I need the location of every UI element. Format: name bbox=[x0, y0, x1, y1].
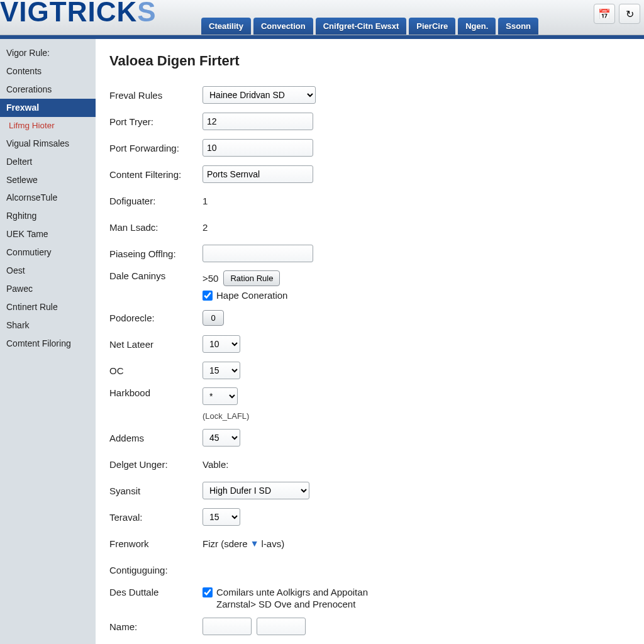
delget-unger-value: Vable: bbox=[203, 459, 228, 470]
des-duttale-checkbox[interactable]: Comilars unte Aolkigrs and Appoitan bbox=[203, 587, 368, 597]
main-panel: Valoea Digen Firtert Freval Rules Hainee… bbox=[96, 39, 644, 644]
hape-coneration-input[interactable] bbox=[203, 291, 213, 301]
page-title: Valoea Digen Firtert bbox=[109, 53, 638, 69]
label-man-lsadc: Man Lsadc: bbox=[109, 222, 203, 233]
sidebar-item[interactable]: Oest bbox=[0, 262, 96, 280]
header-icons: 📅 ↻ bbox=[594, 4, 640, 24]
sidebar-item[interactable]: Rghitng bbox=[0, 207, 96, 225]
nav-tab[interactable]: Ssonn bbox=[498, 18, 538, 35]
label-contiguguing: Contiguguing: bbox=[109, 565, 203, 575]
podorecle-button[interactable]: 0 bbox=[203, 310, 224, 326]
header-bar: VIGTRICKS Cteatility Convection Cnifgret… bbox=[0, 0, 644, 35]
harkbood-hint: (Lock_LAFL) bbox=[203, 411, 249, 421]
sidebar-item-sub[interactable]: Lifmg Hioter bbox=[0, 117, 96, 135]
label-dofiguater: Dofiguater: bbox=[109, 196, 203, 206]
label-name: Name: bbox=[109, 621, 203, 632]
sidebar-item[interactable]: Corerations bbox=[0, 80, 96, 99]
man-lsadc-value: 2 bbox=[203, 222, 208, 233]
nav-tab[interactable]: Ngen. bbox=[458, 18, 496, 35]
syansit-select[interactable]: High Dufer I SD bbox=[203, 482, 309, 499]
freval-rules-select[interactable]: Hainee Dridvan SD bbox=[203, 86, 316, 104]
logo-last: S bbox=[137, 0, 156, 27]
port-forwarding-input[interactable] bbox=[203, 139, 313, 157]
sidebar-item[interactable]: Vigual Rimsales bbox=[0, 135, 96, 153]
refresh-icon-button[interactable]: ↻ bbox=[619, 4, 640, 24]
hape-coneration-label: Hape Coneration bbox=[216, 290, 287, 301]
label-piaseing: Piaseing Offlng: bbox=[109, 248, 203, 259]
nav-tab[interactable]: Cteatility bbox=[201, 18, 251, 35]
addems-select[interactable]: 45 bbox=[203, 429, 240, 447]
label-delget-unger: Delget Unger: bbox=[109, 459, 203, 470]
label-port-forwarding: Port Forwarding: bbox=[109, 143, 203, 153]
label-frenwork: Frenwork bbox=[109, 538, 203, 549]
label-des-duttale: Des Duttale bbox=[109, 587, 203, 597]
sidebar-item[interactable]: AlcornseTule bbox=[0, 189, 96, 207]
oc-select[interactable]: 15 bbox=[203, 362, 240, 379]
label-teraval: Teraval: bbox=[109, 512, 203, 523]
chevron-down-icon[interactable]: ▼ bbox=[250, 538, 259, 548]
sidebar-item[interactable]: Deltert bbox=[0, 153, 96, 171]
des-duttale-line1: Comilars unte Aolkigrs and Appoitan bbox=[216, 587, 368, 597]
sidebar-item[interactable]: Setlewe bbox=[0, 171, 96, 189]
label-content-filtering: Content Filtering: bbox=[109, 169, 203, 180]
sidebar-item-active[interactable]: Frexwal bbox=[0, 99, 96, 117]
sidebar-item[interactable]: Shark bbox=[0, 316, 96, 335]
label-harkbood: Harkbood bbox=[109, 387, 203, 398]
frenwork-pre: Fizr (sdere bbox=[203, 538, 248, 549]
sidebar-item[interactable]: Cntinert Rule bbox=[0, 298, 96, 316]
dofiguater-value: 1 bbox=[203, 196, 208, 206]
name-first-input[interactable] bbox=[203, 618, 252, 635]
label-syansit: Syansit bbox=[109, 486, 203, 496]
hape-coneration-checkbox[interactable]: Hape Coneration bbox=[203, 290, 287, 301]
label-port-tryer: Port Tryer: bbox=[109, 116, 203, 127]
ration-rule-button[interactable]: Ration Rule bbox=[223, 270, 280, 286]
label-net-lateer: Net Lateer bbox=[109, 339, 203, 350]
logo-main: VIGTRICK bbox=[0, 0, 137, 27]
nav-tab[interactable]: Cnifgret-Citn Ewsxt bbox=[316, 18, 407, 35]
frenwork-post: l-avs) bbox=[262, 538, 285, 549]
header-tabs: Cteatility Convection Cnifgret-Citn Ewsx… bbox=[201, 18, 538, 35]
date-icon-button[interactable]: 📅 bbox=[594, 4, 615, 24]
piaseing-input[interactable] bbox=[203, 245, 313, 262]
logo: VIGTRICKS bbox=[0, 0, 157, 28]
sidebar-item[interactable]: UEK Tame bbox=[0, 225, 96, 243]
sidebar-item[interactable]: Comtent Filoring bbox=[0, 335, 96, 353]
label-addems: Addems bbox=[109, 433, 203, 443]
dale-prefix: >50 bbox=[203, 273, 218, 284]
sidebar-item[interactable]: Vigor Rule: bbox=[0, 44, 96, 62]
nav-tab[interactable]: PierCire bbox=[409, 18, 455, 35]
harkbood-select[interactable]: * bbox=[203, 387, 238, 405]
name-second-input[interactable] bbox=[257, 618, 306, 635]
sidebar-item[interactable]: Conmutiery bbox=[0, 243, 96, 262]
label-oc: OC bbox=[109, 365, 203, 376]
nav-tab[interactable]: Convection bbox=[253, 18, 313, 35]
teraval-select[interactable]: 15 bbox=[203, 508, 240, 526]
label-dale-caninys: Dale Caninys bbox=[109, 270, 203, 281]
label-freval-rules: Freval Rules bbox=[109, 90, 203, 101]
label-podorecle: Podorecle: bbox=[109, 313, 203, 323]
des-duttale-input[interactable] bbox=[203, 587, 213, 597]
net-lateer-select[interactable]: 10 bbox=[203, 335, 240, 353]
des-duttale-line2: Zarnstal> SD Ove and Prenocent bbox=[216, 599, 355, 609]
sidebar: Vigor Rule: Contents Corerations Frexwal… bbox=[0, 39, 96, 644]
port-tryer-input[interactable] bbox=[203, 113, 313, 130]
sidebar-item[interactable]: Contents bbox=[0, 62, 96, 80]
content-filtering-input[interactable] bbox=[203, 165, 313, 183]
sidebar-item[interactable]: Pawec bbox=[0, 280, 96, 298]
